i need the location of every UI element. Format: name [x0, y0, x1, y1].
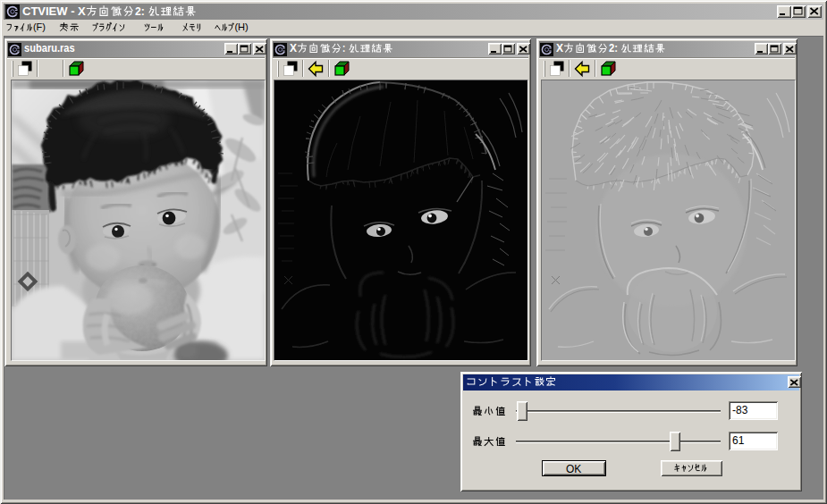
- svg-text:CTVIEW - X: CTVIEW - X: [22, 4, 86, 18]
- svg-text::: :: [342, 42, 345, 55]
- svg-text:X: X: [556, 42, 563, 55]
- svg-text:subaru.ras: subaru.ras: [24, 42, 75, 55]
- svg-text:2:: 2:: [609, 42, 618, 55]
- svg-text:(H): (H): [234, 21, 248, 32]
- svg-text:(F): (F): [33, 21, 46, 32]
- svg-text:2:: 2:: [135, 4, 145, 18]
- svg-text:X: X: [290, 42, 297, 55]
